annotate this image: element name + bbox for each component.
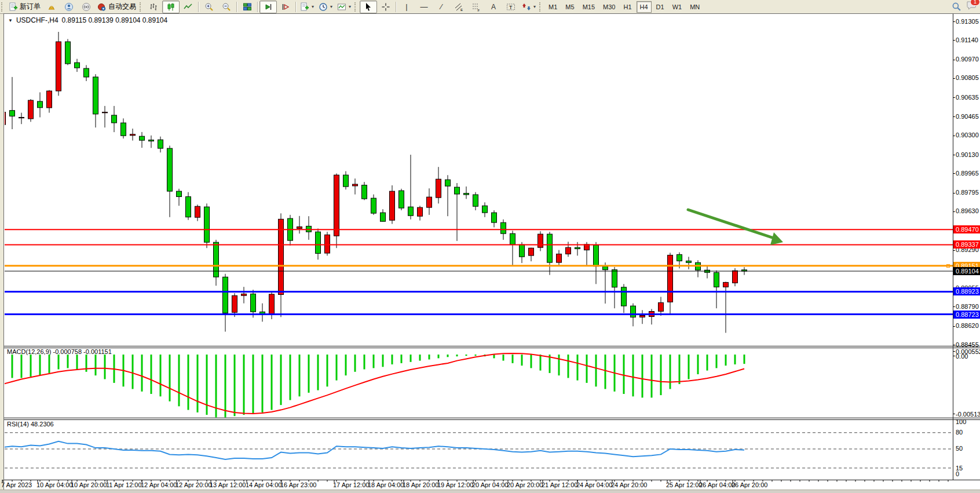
arrows-icon: [522, 2, 531, 12]
auto-trading-button[interactable]: 自动交易: [95, 1, 138, 13]
period-button[interactable]: ▾: [316, 1, 335, 13]
time-tick-label: 16 Apr 23:00: [280, 481, 316, 488]
notifications-button[interactable]: 1: [966, 1, 977, 12]
history-center-button[interactable]: [43, 1, 60, 13]
line-chart-icon: [184, 2, 193, 12]
rsi-axis-label: 100: [956, 418, 966, 425]
macd-axis-label: 0.00: [956, 353, 968, 360]
price-level-badge: 0.89470: [953, 225, 980, 233]
timeframe-button-d1[interactable]: D1: [653, 1, 668, 13]
svg-text:F: F: [478, 8, 480, 12]
svg-text:T: T: [509, 4, 513, 10]
crosshair-icon: [381, 2, 390, 12]
channel-icon: E: [454, 2, 463, 12]
bid-price-badge: 0.89104: [953, 267, 980, 275]
signals-button[interactable]: [78, 1, 95, 13]
panel-separator[interactable]: [4, 348, 980, 348]
indicators-button[interactable]: ▾: [335, 1, 353, 13]
text-label-button[interactable]: T: [502, 1, 520, 13]
window-bottom-edge: [0, 490, 980, 493]
timeframe-button-m5[interactable]: M5: [562, 1, 577, 13]
timeframe-button-m30[interactable]: M30: [599, 1, 619, 13]
axis-tick: [953, 173, 955, 174]
time-tick-label: 21 Apr 12:00: [542, 481, 577, 488]
price-tick-label: 0.90805: [956, 74, 979, 81]
price-level-badge: 0.88923: [953, 287, 980, 295]
timeframe-button-mn[interactable]: MN: [686, 1, 703, 13]
crosshair-button[interactable]: [377, 1, 394, 13]
price-tick-label: 0.91140: [956, 36, 978, 43]
rsi-axis-label: 0: [956, 470, 959, 477]
time-tick-label: 20 Apr 04:00: [472, 481, 508, 488]
toolbar-grip[interactable]: [539, 2, 543, 12]
vertical-line-icon: |: [405, 3, 407, 10]
axis-tick: [953, 97, 955, 98]
zoom-in-button[interactable]: [200, 1, 218, 13]
vertical-line-button[interactable]: |: [398, 1, 415, 13]
zoom-in-icon: [204, 2, 214, 12]
time-tick-label: 18 Apr 04:00: [368, 481, 404, 488]
cursor-button[interactable]: [360, 1, 377, 13]
new-order-button[interactable]: 新订单: [6, 1, 43, 13]
bar-chart-icon: [149, 2, 158, 12]
timeframe-button-m1[interactable]: M1: [545, 1, 561, 13]
macd-label: MACD(12,26,9) -0.000758 -0.001151: [7, 348, 112, 355]
gold-icon: [47, 2, 56, 12]
chart-shift-button[interactable]: [277, 1, 294, 13]
tile-windows-button[interactable]: [239, 1, 256, 13]
panel-separator[interactable]: [4, 418, 980, 418]
auto-scroll-button[interactable]: [259, 1, 277, 13]
price-tick-label: 0.91305: [956, 18, 979, 25]
text-button[interactable]: A: [485, 1, 502, 13]
new-chart-button[interactable]: ▾: [298, 1, 316, 13]
channel-button[interactable]: E: [450, 1, 467, 13]
time-tick-label: 18 Apr 20:00: [403, 481, 438, 488]
toolbar-grip[interactable]: [1, 2, 5, 12]
mt4-terminal: 新订单 自动交易: [0, 0, 980, 493]
timeframe-button-h1[interactable]: H1: [620, 1, 635, 13]
axis-tick: [953, 414, 955, 414]
svg-text:E: E: [460, 8, 463, 12]
timeframe-button-m15[interactable]: M15: [579, 1, 598, 13]
time-tick-label: 17 Apr 12:00: [333, 481, 369, 488]
bar-chart-button[interactable]: [145, 1, 162, 13]
signal-icon: [82, 2, 91, 12]
zoom-out-button[interactable]: [218, 1, 235, 13]
axis-tick: [953, 250, 955, 251]
horizontal-line-button[interactable]: —: [415, 1, 433, 13]
auto-scroll-icon: [264, 2, 273, 12]
arrows-tool-button[interactable]: ▾: [520, 1, 538, 13]
line-chart-button[interactable]: [180, 1, 197, 13]
rsi-axis-label: 50: [956, 445, 963, 452]
ohlc-values: 0.89115 0.89139 0.89104 0.89104: [62, 16, 168, 24]
search-icon[interactable]: [952, 2, 961, 12]
axis-tick: [953, 193, 955, 193]
horizontal-line-icon: —: [420, 3, 428, 10]
time-tick-label: 11 Apr 12:00: [106, 481, 142, 488]
timeframe-toolbar: M1M5M15M30H1H4D1W1MN: [544, 1, 704, 13]
time-tick-label: 10 Apr 04:00: [36, 481, 72, 488]
fibonacci-icon: F: [471, 2, 481, 12]
timeframe-button-w1[interactable]: W1: [669, 1, 686, 13]
candlestick-button[interactable]: [162, 1, 180, 13]
toolbar-grip[interactable]: [140, 2, 144, 12]
panel-separator[interactable]: [4, 419, 980, 420]
fibonacci-button[interactable]: F: [467, 1, 485, 13]
chart-title[interactable]: ▼ USDCHF-,H4 0.89115 0.89139 0.89104 0.8…: [8, 16, 167, 24]
axis-tick: [953, 326, 955, 327]
toolbar-grip[interactable]: [354, 2, 359, 12]
price-tick-label: 0.89795: [956, 189, 979, 196]
panel-separator[interactable]: [4, 346, 980, 346]
axis-tick: [953, 78, 955, 79]
line-handle[interactable]: [946, 264, 950, 268]
community-button[interactable]: [60, 1, 78, 13]
trendline-button[interactable]: ∕: [433, 1, 450, 13]
price-tick-label: 0.89630: [956, 207, 979, 214]
time-tick-label: 25 Apr 12:00: [666, 481, 702, 488]
profile-icon: [64, 2, 74, 12]
timeframe-button-h4[interactable]: H4: [637, 1, 652, 13]
price-tick-label: 0.88620: [956, 322, 979, 329]
price-tick-label: 0.90300: [956, 132, 979, 138]
price-tick-label: 0.90130: [956, 151, 979, 158]
candlestick-icon: [166, 2, 175, 12]
